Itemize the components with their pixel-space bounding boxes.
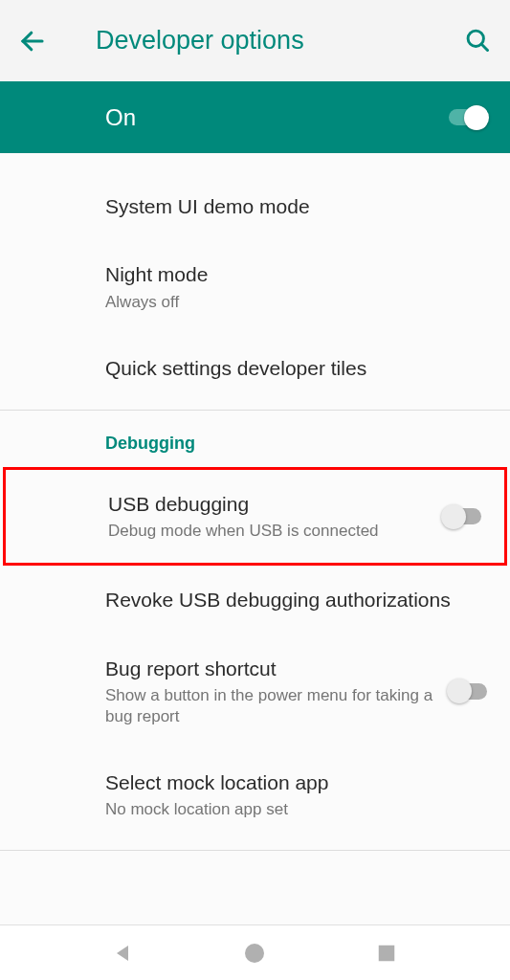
back-icon[interactable] <box>17 26 48 56</box>
item-title: Select mock location app <box>105 769 489 795</box>
item-night-mode[interactable]: Night mode Always off <box>0 240 510 333</box>
item-system-ui-demo-mode[interactable]: System UI demo mode <box>0 172 510 240</box>
master-toggle-label: On <box>105 104 441 131</box>
item-quick-settings-tiles[interactable]: Quick settings developer tiles <box>0 334 510 402</box>
item-revoke-usb-auth[interactable]: Revoke USB debugging authorizations <box>0 566 510 634</box>
section-divider <box>0 850 510 851</box>
nav-back-icon[interactable] <box>110 940 137 967</box>
item-title: Revoke USB debugging authorizations <box>105 587 489 612</box>
item-bug-report-shortcut[interactable]: Bug report shortcut Show a button in the… <box>0 635 510 748</box>
master-toggle-row[interactable]: On <box>0 81 510 153</box>
item-subtitle: Show a button in the power menu for taki… <box>105 685 441 727</box>
item-usb-debugging[interactable]: USB debugging Debug mode when USB is con… <box>3 467 507 566</box>
usb-debugging-toggle[interactable] <box>435 502 483 531</box>
section-header-debugging: Debugging <box>0 411 510 467</box>
navigation-bar <box>0 924 510 980</box>
master-toggle-switch[interactable] <box>441 103 489 132</box>
item-select-mock-location[interactable]: Select mock location app No mock locatio… <box>0 748 510 841</box>
settings-list: System UI demo mode Night mode Always of… <box>0 153 510 924</box>
nav-recents-icon[interactable] <box>373 940 400 967</box>
svg-line-2 <box>481 44 487 50</box>
item-subtitle: Debug mode when USB is connected <box>108 521 435 542</box>
page-title: Developer options <box>96 26 464 56</box>
item-title: Bug report shortcut <box>105 656 441 681</box>
item-subtitle: No mock location app set <box>105 799 489 820</box>
item-title: System UI demo mode <box>105 193 489 219</box>
item-title: Night mode <box>105 261 489 287</box>
bug-report-toggle[interactable] <box>441 677 489 705</box>
search-icon[interactable] <box>464 27 493 56</box>
svg-rect-4 <box>379 945 395 961</box>
item-title: Quick settings developer tiles <box>105 355 489 381</box>
item-subtitle: Always off <box>105 292 489 313</box>
svg-point-3 <box>245 944 264 963</box>
item-title: USB debugging <box>108 491 435 517</box>
nav-home-icon[interactable] <box>241 940 268 967</box>
app-header: Developer options <box>0 0 510 81</box>
